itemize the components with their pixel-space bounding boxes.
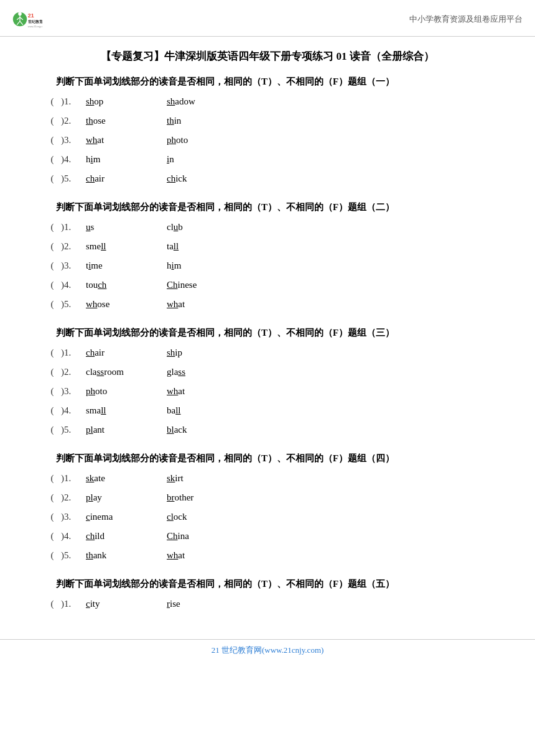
item-number: )3. [61, 512, 86, 522]
word-left: play [86, 492, 167, 503]
logo-area: 21 世纪教育 www.21cnjy.com [12, 6, 42, 32]
word-left: child [86, 531, 167, 542]
exercise-row: ()4.childChina [37, 531, 498, 542]
sections-container: 判断下面单词划线部分的读音是否相同，相同的（T）、不相同的（F）题组（一）()1… [37, 76, 498, 609]
exercise-row: ()1.cityrise [37, 599, 498, 609]
exercise-row: ()5.whosewhat [37, 299, 498, 310]
answer-paren: ( [44, 599, 61, 609]
page-header: 21 世纪教育 www.21cnjy.com 中小学教育资源及组卷应用平台 [0, 0, 535, 37]
word-right: ship [167, 348, 248, 358]
word-left: small [86, 405, 167, 416]
answer-paren: ( [44, 367, 61, 377]
word-right: glass [167, 367, 248, 377]
exercise-row: ()2.playbrother [37, 492, 498, 503]
exercise-row: ()2.smelltall [37, 241, 498, 252]
word-left: plant [86, 425, 167, 435]
word-right: shadow [167, 96, 248, 107]
item-number: )1. [61, 473, 86, 484]
answer-paren: ( [44, 222, 61, 233]
svg-point-1 [18, 12, 22, 16]
word-left: whose [86, 299, 167, 310]
logo-icon: 21 世纪教育 www.21cnjy.com [12, 6, 42, 32]
exercise-row: ()3.whatphoto [37, 135, 498, 145]
word-left: classroom [86, 367, 167, 377]
item-number: )3. [61, 386, 86, 397]
answer-paren: ( [44, 473, 61, 484]
exercise-row: ()2.classroomglass [37, 367, 498, 377]
exercise-row: ()4.himin [37, 154, 498, 165]
answer-paren: ( [44, 135, 61, 145]
answer-paren: ( [44, 405, 61, 416]
answer-paren: ( [44, 425, 61, 435]
word-right: what [167, 386, 248, 397]
item-number: )4. [61, 531, 86, 542]
svg-text:www.21cnjy.com: www.21cnjy.com [28, 25, 42, 28]
section-title-4: 判断下面单词划线部分的读音是否相同，相同的（T）、不相同的（F）题组（四） [37, 453, 498, 464]
word-right: him [167, 260, 248, 271]
answer-paren: ( [44, 173, 61, 184]
answer-paren: ( [44, 154, 61, 165]
item-number: )1. [61, 348, 86, 358]
section-group-4: 判断下面单词划线部分的读音是否相同，相同的（T）、不相同的（F）题组（四）()1… [37, 453, 498, 561]
word-right: tall [167, 241, 248, 252]
word-left: shop [86, 96, 167, 107]
page-footer: 21 世纪教育网(www.21cnjy.com) [0, 639, 535, 660]
answer-paren: ( [44, 348, 61, 358]
item-number: )2. [61, 367, 86, 377]
section-group-1: 判断下面单词划线部分的读音是否相同，相同的（T）、不相同的（F）题组（一）()1… [37, 76, 498, 184]
item-number: )4. [61, 154, 86, 165]
item-number: )1. [61, 599, 86, 609]
word-left: touch [86, 280, 167, 290]
word-right: club [167, 222, 248, 233]
answer-paren: ( [44, 492, 61, 503]
word-left: smell [86, 241, 167, 252]
footer-text: 21 世纪教育网(www.21cnjy.com) [212, 645, 324, 655]
item-number: )5. [61, 550, 86, 561]
item-number: )2. [61, 116, 86, 126]
exercise-row: ()5.chairchick [37, 173, 498, 184]
section-title-1: 判断下面单词划线部分的读音是否相同，相同的（T）、不相同的（F）题组（一） [37, 76, 498, 88]
main-title: 【专题复习】牛津深圳版英语四年级下册专项练习 01 读音（全册综合） [37, 48, 498, 65]
platform-name: 中小学教育资源及组卷应用平台 [409, 14, 523, 25]
word-right: clock [167, 512, 248, 522]
word-left: chair [86, 348, 167, 358]
section-group-5: 判断下面单词划线部分的读音是否相同，相同的（T）、不相同的（F）题组（五）()1… [37, 578, 498, 609]
item-number: )4. [61, 280, 86, 290]
svg-text:21: 21 [28, 12, 34, 19]
section-title-2: 判断下面单词划线部分的读音是否相同，相同的（T）、不相同的（F）题组（二） [37, 201, 498, 213]
exercise-row: ()3.timehim [37, 260, 498, 271]
answer-paren: ( [44, 299, 61, 310]
item-number: )1. [61, 222, 86, 233]
answer-paren: ( [44, 241, 61, 252]
answer-paren: ( [44, 550, 61, 561]
word-right: ball [167, 405, 248, 416]
word-left: thank [86, 550, 167, 561]
main-content: 【专题复习】牛津深圳版英语四年级下册专项练习 01 读音（全册综合） 判断下面单… [0, 37, 535, 633]
item-number: )4. [61, 405, 86, 416]
word-right: what [167, 299, 248, 310]
item-number: )1. [61, 96, 86, 107]
exercise-row: ()4.smallball [37, 405, 498, 416]
section-group-3: 判断下面单词划线部分的读音是否相同，相同的（T）、不相同的（F）题组（三）()1… [37, 327, 498, 435]
word-right: rise [167, 599, 248, 609]
item-number: )2. [61, 241, 86, 252]
answer-paren: ( [44, 116, 61, 126]
answer-paren: ( [44, 386, 61, 397]
exercise-row: ()1.usclub [37, 222, 498, 233]
word-right: China [167, 531, 248, 542]
word-left: city [86, 599, 167, 609]
word-right: in [167, 154, 248, 165]
exercise-row: ()3.photowhat [37, 386, 498, 397]
word-left: what [86, 135, 167, 145]
word-right: Chinese [167, 280, 248, 290]
word-right: brother [167, 492, 248, 503]
word-left: cinema [86, 512, 167, 522]
section-title-5: 判断下面单词划线部分的读音是否相同，相同的（T）、不相同的（F）题组（五） [37, 578, 498, 590]
word-right: photo [167, 135, 248, 145]
answer-paren: ( [44, 280, 61, 290]
exercise-row: ()5.plantblack [37, 425, 498, 435]
item-number: )5. [61, 173, 86, 184]
word-left: us [86, 222, 167, 233]
item-number: )2. [61, 492, 86, 503]
word-left: him [86, 154, 167, 165]
